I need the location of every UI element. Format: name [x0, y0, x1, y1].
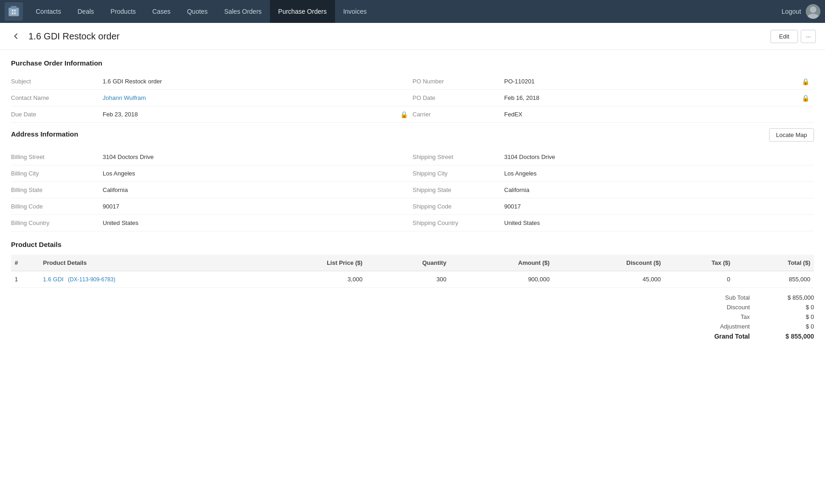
back-button[interactable]: [9, 29, 23, 43]
field-due-date: Due Date Feb 23, 2018 🔒: [11, 106, 412, 123]
field-contact-label: Contact Name: [11, 94, 103, 101]
nav-items-list: Contacts Deals Products Cases Quotes Sal…: [28, 0, 781, 23]
field-shipping-state-value: California: [504, 186, 814, 193]
field-due-date-value: Feb 23, 2018: [103, 111, 412, 118]
page-header: 1.6 GDI Restock order Edit ···: [0, 23, 825, 50]
nav-item-invoices[interactable]: Invoices: [335, 0, 375, 23]
po-info-grid: Subject 1.6 GDI Restock order Contact Na…: [11, 73, 814, 123]
field-carrier-value: FedEX: [504, 111, 814, 118]
nav-item-products[interactable]: Products: [102, 0, 144, 23]
field-shipping-city-value: Los Angeles: [504, 170, 814, 177]
cell-quantity: 300: [366, 271, 450, 288]
cell-total: 855,000: [734, 271, 814, 288]
adjustment-row: Adjustment $ 0: [704, 323, 814, 330]
field-shipping-street-value: 3104 Doctors Drive: [504, 153, 814, 160]
grand-total-label: Grand Total: [704, 333, 750, 340]
col-header-list-price: List Price ($): [252, 255, 366, 271]
adjustment-value: $ 0: [768, 323, 814, 330]
svg-point-7: [808, 14, 819, 19]
field-subject-value: 1.6 GDI Restock order: [103, 78, 412, 85]
field-billing-street-value: 3104 Doctors Drive: [103, 153, 412, 160]
col-header-amount: Amount ($): [450, 255, 553, 271]
tax-row: Tax $ 0: [704, 313, 814, 320]
field-shipping-city: Shipping City Los Angeles: [412, 165, 814, 182]
svg-rect-0: [9, 8, 19, 16]
field-po-number-label: PO Number: [412, 78, 504, 85]
product-name-link[interactable]: 1.6 GDI: [43, 276, 64, 283]
product-table-body: 1 1.6 GDI (DX-113-909-6783) 3,000 300 90…: [11, 271, 814, 288]
field-shipping-code: Shipping Code 90017: [412, 198, 814, 215]
svg-rect-4: [12, 12, 13, 14]
grand-total-row: Grand Total $ 855,000: [704, 333, 814, 340]
due-date-lock-icon: 🔒: [400, 111, 408, 118]
field-po-date-value: Feb 16, 2018: [504, 94, 814, 101]
field-shipping-code-label: Shipping Code: [412, 203, 504, 210]
nav-item-cases[interactable]: Cases: [144, 0, 179, 23]
nav-item-contacts[interactable]: Contacts: [28, 0, 69, 23]
field-shipping-street: Shipping Street 3104 Doctors Drive: [412, 149, 814, 165]
po-info-right: PO Number PO-110201 🔒 PO Date Feb 16, 20…: [412, 73, 814, 123]
po-date-lock-icon: 🔒: [802, 94, 809, 102]
discount-total-value: $ 0: [768, 304, 814, 311]
field-billing-code: Billing Code 90017: [11, 198, 412, 215]
field-due-date-label: Due Date: [11, 111, 103, 118]
subtotal-row: Sub Total $ 855,000: [704, 294, 814, 301]
field-billing-code-value: 90017: [103, 203, 412, 210]
field-billing-city: Billing City Los Angeles: [11, 165, 412, 182]
table-row: 1 1.6 GDI (DX-113-909-6783) 3,000 300 90…: [11, 271, 814, 288]
main-content: Purchase Order Information Subject 1.6 G…: [0, 50, 825, 349]
product-details-section-title: Product Details: [11, 241, 814, 248]
totals-section: Sub Total $ 855,000 Discount $ 0 Tax $ 0…: [11, 294, 814, 340]
field-shipping-state: Shipping State California: [412, 182, 814, 198]
field-billing-city-value: Los Angeles: [103, 170, 412, 177]
field-billing-state-value: California: [103, 186, 412, 193]
field-billing-street: Billing Street 3104 Doctors Drive: [11, 149, 412, 165]
field-contact-value[interactable]: Johann Wulfram: [103, 94, 412, 101]
cell-amount: 900,000: [450, 271, 553, 288]
svg-rect-1: [11, 6, 16, 9]
field-shipping-code-value: 90017: [504, 203, 814, 210]
field-shipping-country-label: Shipping Country: [412, 219, 504, 226]
cell-product: 1.6 GDI (DX-113-909-6783): [39, 271, 252, 288]
product-code-link[interactable]: (DX-113-909-6783): [68, 276, 115, 283]
nav-item-deals[interactable]: Deals: [69, 0, 102, 23]
navigation: Contacts Deals Products Cases Quotes Sal…: [0, 0, 825, 23]
table-header-row: # Product Details List Price ($) Quantit…: [11, 255, 814, 271]
field-billing-state-label: Billing State: [11, 186, 103, 193]
field-carrier: Carrier FedEX: [412, 106, 814, 123]
po-number-lock-icon: 🔒: [802, 78, 809, 85]
col-header-product: Product Details: [39, 255, 252, 271]
app-logo: [5, 2, 23, 21]
svg-rect-5: [14, 12, 16, 14]
more-options-button[interactable]: ···: [801, 30, 816, 43]
nav-item-sales-orders[interactable]: Sales Orders: [216, 0, 270, 23]
subtotal-label: Sub Total: [704, 294, 750, 301]
address-info-section-title: Address Information: [11, 130, 814, 138]
field-billing-state: Billing State California: [11, 182, 412, 198]
field-contact-name: Contact Name Johann Wulfram: [11, 90, 412, 106]
field-shipping-country-value: United States: [504, 219, 814, 226]
user-avatar: [806, 4, 820, 19]
field-billing-country-label: Billing Country: [11, 219, 103, 226]
field-carrier-label: Carrier: [412, 111, 504, 118]
cell-list-price: 3,000: [252, 271, 366, 288]
field-shipping-street-label: Shipping Street: [412, 153, 504, 160]
edit-button[interactable]: Edit: [770, 30, 798, 43]
field-shipping-country: Shipping Country United States: [412, 215, 814, 231]
subtotal-value: $ 855,000: [768, 294, 814, 301]
logout-button[interactable]: Logout: [781, 8, 801, 15]
cell-discount: 45,000: [553, 271, 665, 288]
col-header-num: #: [11, 255, 39, 271]
product-details-section: Product Details # Product Details List P…: [11, 241, 814, 340]
col-header-quantity: Quantity: [366, 255, 450, 271]
po-info-left: Subject 1.6 GDI Restock order Contact Na…: [11, 73, 412, 123]
nav-item-quotes[interactable]: Quotes: [179, 0, 216, 23]
col-header-tax: Tax ($): [665, 255, 734, 271]
nav-item-purchase-orders[interactable]: Purchase Orders: [270, 0, 335, 23]
col-header-total: Total ($): [734, 255, 814, 271]
page-header-left: 1.6 GDI Restock order: [9, 29, 120, 43]
cell-num: 1: [11, 271, 39, 288]
grand-total-value: $ 855,000: [768, 333, 814, 340]
locate-map-button[interactable]: Locate Map: [769, 128, 814, 142]
nav-right: Logout: [781, 4, 820, 19]
